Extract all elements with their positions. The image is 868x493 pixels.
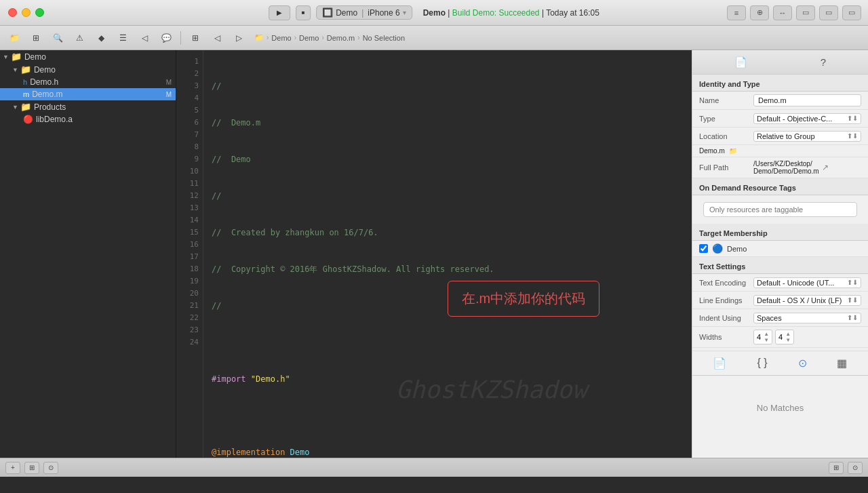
code-editor[interactable]: 1 2 3 4 5 6 7 8 9 10 11 12 13 14 15 16 1… — [176, 50, 692, 458]
target-label: Demo — [727, 245, 747, 253]
breadcrumb-demo1[interactable]: Demo — [271, 34, 291, 42]
forward-btn[interactable]: ▷ — [230, 30, 248, 46]
help-icon[interactable]: ? — [821, 56, 826, 68]
bottom-filter-btn[interactable]: ⊙ — [43, 462, 58, 474]
comment-btn[interactable]: 💬 — [157, 30, 175, 46]
location-dropdown-icon: ⬆⬇ — [847, 132, 858, 140]
breadcrumb-folder-icon: 📁 — [254, 33, 264, 42]
add-button[interactable]: + — [5, 462, 20, 474]
location-field-row: Location Relative to Group ⬆⬇ — [692, 127, 868, 145]
right-panel-toggle[interactable]: ▭ — [842, 5, 861, 20]
lib-icon: 🔴 — [23, 115, 33, 124]
device-name: iPhone 6 — [368, 8, 399, 18]
bottom-layout-btn[interactable]: ⊞ — [24, 462, 39, 474]
encoding-selector[interactable]: Default - Unicode (UT... ⬆⬇ — [753, 277, 861, 288]
width1-down[interactable]: ▼ — [764, 337, 769, 343]
lineendings-field-row: Line Endings Default - OS X / Unix (LF) … — [692, 292, 868, 309]
stop-button[interactable]: ■ — [296, 5, 311, 20]
play-button[interactable]: ▶ — [269, 5, 290, 20]
assistant-toggle[interactable]: ⊕ — [750, 5, 769, 20]
lineendings-selector[interactable]: Default - OS X / Unix (LF) ⬆⬇ — [753, 295, 861, 306]
warning-btn[interactable]: ⚠ — [71, 30, 88, 46]
resource-tags-input[interactable] — [703, 202, 857, 217]
indent-value: Spaces — [757, 314, 782, 322]
name-input[interactable] — [753, 94, 861, 106]
sidebar-item-demo-m[interactable]: m Demo.m M — [0, 88, 176, 100]
code-line-6: // Copyright © 2016年 GhostKZShadow. All … — [212, 263, 692, 275]
browse-icon[interactable]: 📁 — [729, 147, 737, 155]
folder-icon: 📁 — [20, 64, 31, 75]
fullpath-label: Full Path — [699, 163, 753, 172]
search-btn[interactable]: 🔍 — [49, 30, 66, 46]
arrow-icon: ▼ — [12, 66, 18, 73]
widths-label: Widths — [699, 333, 753, 341]
file-icon-2[interactable]: { } — [757, 357, 767, 370]
list-btn[interactable]: ☰ — [114, 30, 132, 46]
breadcrumb-selection[interactable]: No Selection — [363, 34, 405, 42]
sidebar-item-libdemo[interactable]: 🔴 libDemo.a — [0, 113, 176, 125]
fullpath-value: /Users/KZ/Desktop/Demo/Demo/Demo.m — [753, 160, 819, 175]
sidebar-libdemo-label: libDemo.a — [36, 115, 176, 124]
titlebar-center: ▶ ■ 🔲 Demo | iPhone 6 ▾ Demo | Build Dem… — [269, 5, 599, 20]
width2-value: 4 — [778, 333, 783, 341]
sidebar-products-label: Products — [34, 102, 176, 112]
center-panel-toggle[interactable]: ▭ — [819, 5, 838, 20]
left-panel-toggle[interactable]: ▭ — [796, 5, 815, 20]
target-checkbox[interactable] — [699, 244, 708, 253]
bottom-grid-btn[interactable]: ⊞ — [829, 462, 844, 474]
app-name: Demo — [423, 8, 446, 18]
folder-icon: 📁 — [20, 102, 31, 112]
right-panel-toolbar: 📄 ? — [692, 50, 868, 75]
location-selector[interactable]: Relative to Group ⬆⬇ — [753, 131, 861, 142]
breadcrumb-demo2[interactable]: Demo — [299, 34, 319, 42]
reveal-icon[interactable]: ↗ — [822, 163, 829, 172]
file-inspector-icon[interactable]: 📄 — [734, 56, 747, 68]
code-line-3: // Demo — [212, 153, 692, 165]
arrow-icon: ▼ — [3, 54, 9, 60]
indent-selector[interactable]: Spaces ⬆⬇ — [753, 313, 861, 323]
encoding-dropdown-icon: ⬆⬇ — [847, 279, 858, 286]
history-btn[interactable]: ◁ — [136, 30, 153, 46]
scheme-selector[interactable]: 🔲 Demo | iPhone 6 ▾ — [316, 5, 412, 20]
folder-btn[interactable]: 📁 — [5, 30, 23, 46]
file-icon-1[interactable]: 📄 — [713, 357, 726, 370]
close-button[interactable] — [8, 8, 17, 17]
version-toggle[interactable]: ↔ — [773, 5, 792, 20]
code-text[interactable]: // // Demo.m // Demo // // Created by zh… — [203, 50, 692, 458]
resource-tags-area — [692, 195, 868, 224]
sidebar-item-root[interactable]: ▼ 📁 Demo — [0, 50, 176, 63]
width1-up[interactable]: ▲ — [764, 331, 769, 337]
back-btn[interactable]: ◁ — [208, 30, 226, 46]
sidebar-item-demo-h[interactable]: h Demo.h M — [0, 76, 176, 88]
lineendings-value: Default - OS X / Unix (LF) — [757, 296, 842, 304]
width2-down[interactable]: ▼ — [785, 337, 791, 343]
bottom-circle-btn[interactable]: ⊙ — [848, 462, 863, 474]
layout-btn[interactable]: ⊞ — [186, 30, 204, 46]
name-label: Name — [699, 96, 753, 104]
file-icon-4[interactable]: ▦ — [837, 357, 847, 370]
minimize-button[interactable] — [22, 8, 31, 17]
file-icon-3[interactable]: ⊙ — [798, 357, 807, 370]
build-status: Demo | Build Demo: Succeeded | Today at … — [423, 8, 599, 18]
grid-btn[interactable]: ⊞ — [27, 30, 45, 46]
width2-up[interactable]: ▲ — [785, 331, 791, 337]
location-sub-row: Demo.m 📁 — [692, 145, 868, 157]
breakpoint-btn[interactable]: ◆ — [92, 30, 110, 46]
lineendings-dropdown-icon: ⬆⬇ — [847, 296, 858, 304]
folder-icon: 📁 — [11, 52, 22, 62]
type-selector[interactable]: Default - Objective-C... ⬆⬇ — [753, 113, 861, 124]
location-label: Location — [699, 132, 753, 140]
type-label: Type — [699, 115, 753, 123]
code-line-11: @implementation Demo — [212, 446, 692, 458]
fullpath-field-row: Full Path /Users/KZ/Desktop/Demo/Demo/De… — [692, 157, 868, 178]
sidebar-item-products[interactable]: ▼ 📁 Products — [0, 100, 176, 113]
tooltip-box: 在.m中添加你的代码 — [448, 281, 599, 317]
sidebar-item-demo-group[interactable]: ▼ 📁 Demo — [0, 63, 176, 76]
navigator-toggle[interactable]: ≡ — [727, 5, 746, 20]
breadcrumb-file[interactable]: Demo.m — [327, 34, 355, 42]
fullscreen-button[interactable] — [35, 8, 44, 17]
tooltip-text: 在.m中添加你的代码 — [462, 291, 585, 306]
code-line-9: #import "Demo.h" — [212, 373, 692, 385]
no-matches-text: No Matches — [757, 403, 804, 413]
widths-field-row: Widths 4 ▲ ▼ 4 ▲ ▼ — [692, 327, 868, 348]
